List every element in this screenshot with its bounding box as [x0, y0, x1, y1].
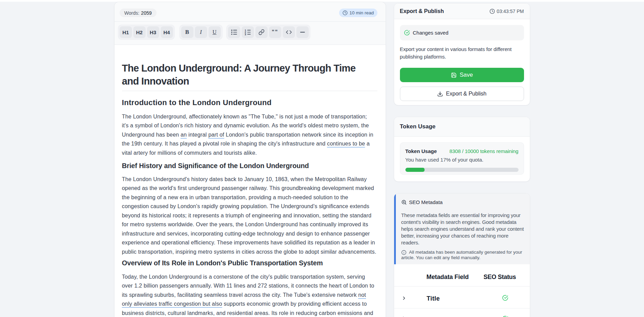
svg-text:3: 3	[244, 33, 246, 36]
